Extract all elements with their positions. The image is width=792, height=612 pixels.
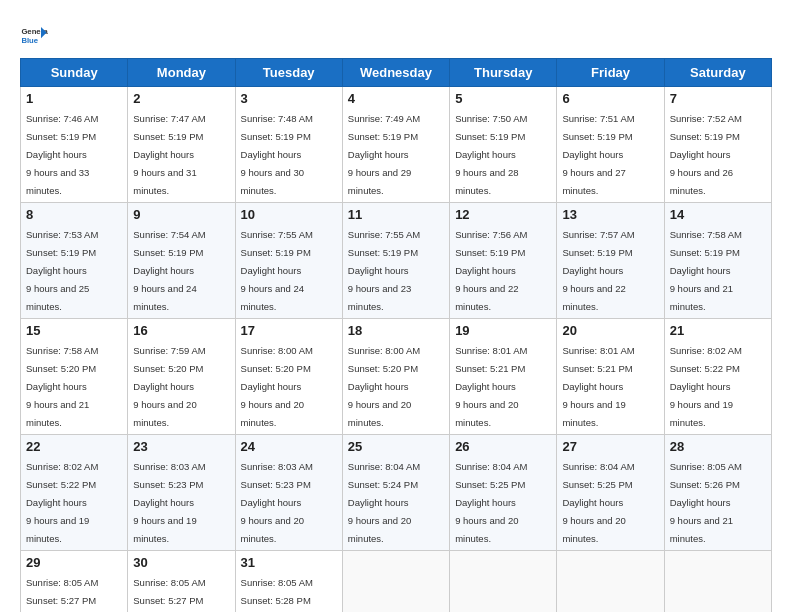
calendar-week-2: 8 Sunrise: 7:53 AMSunset: 5:19 PMDayligh… [21, 203, 772, 319]
calendar-week-5: 29 Sunrise: 8:05 AMSunset: 5:27 PMDaylig… [21, 551, 772, 613]
day-number: 17 [241, 323, 337, 338]
day-number: 2 [133, 91, 229, 106]
calendar-cell: 12 Sunrise: 7:56 AMSunset: 5:19 PMDaylig… [450, 203, 557, 319]
day-info: Sunrise: 8:03 AMSunset: 5:23 PMDaylight … [133, 461, 205, 544]
day-info: Sunrise: 8:02 AMSunset: 5:22 PMDaylight … [26, 461, 98, 544]
day-info: Sunrise: 7:58 AMSunset: 5:20 PMDaylight … [26, 345, 98, 428]
calendar-week-1: 1 Sunrise: 7:46 AMSunset: 5:19 PMDayligh… [21, 87, 772, 203]
calendar-cell: 5 Sunrise: 7:50 AMSunset: 5:19 PMDayligh… [450, 87, 557, 203]
day-number: 21 [670, 323, 766, 338]
day-info: Sunrise: 7:46 AMSunset: 5:19 PMDaylight … [26, 113, 98, 196]
day-number: 4 [348, 91, 444, 106]
day-number: 8 [26, 207, 122, 222]
calendar-cell: 23 Sunrise: 8:03 AMSunset: 5:23 PMDaylig… [128, 435, 235, 551]
calendar-cell: 31 Sunrise: 8:05 AMSunset: 5:28 PMDaylig… [235, 551, 342, 613]
day-info: Sunrise: 7:53 AMSunset: 5:19 PMDaylight … [26, 229, 98, 312]
calendar-cell: 9 Sunrise: 7:54 AMSunset: 5:19 PMDayligh… [128, 203, 235, 319]
day-number: 27 [562, 439, 658, 454]
day-number: 11 [348, 207, 444, 222]
day-number: 26 [455, 439, 551, 454]
calendar-cell: 15 Sunrise: 7:58 AMSunset: 5:20 PMDaylig… [21, 319, 128, 435]
page-header: General Blue [20, 20, 772, 48]
calendar-header-wednesday: Wednesday [342, 59, 449, 87]
calendar-cell: 26 Sunrise: 8:04 AMSunset: 5:25 PMDaylig… [450, 435, 557, 551]
calendar-cell: 6 Sunrise: 7:51 AMSunset: 5:19 PMDayligh… [557, 87, 664, 203]
day-info: Sunrise: 7:51 AMSunset: 5:19 PMDaylight … [562, 113, 634, 196]
day-info: Sunrise: 8:05 AMSunset: 5:27 PMDaylight … [26, 577, 98, 612]
day-info: Sunrise: 7:49 AMSunset: 5:19 PMDaylight … [348, 113, 420, 196]
day-info: Sunrise: 7:57 AMSunset: 5:19 PMDaylight … [562, 229, 634, 312]
calendar-cell: 18 Sunrise: 8:00 AMSunset: 5:20 PMDaylig… [342, 319, 449, 435]
calendar-cell: 17 Sunrise: 8:00 AMSunset: 5:20 PMDaylig… [235, 319, 342, 435]
calendar-header-monday: Monday [128, 59, 235, 87]
day-number: 13 [562, 207, 658, 222]
day-info: Sunrise: 8:01 AMSunset: 5:21 PMDaylight … [562, 345, 634, 428]
calendar-header-tuesday: Tuesday [235, 59, 342, 87]
day-info: Sunrise: 7:56 AMSunset: 5:19 PMDaylight … [455, 229, 527, 312]
calendar-cell [557, 551, 664, 613]
calendar-cell: 19 Sunrise: 8:01 AMSunset: 5:21 PMDaylig… [450, 319, 557, 435]
calendar-week-3: 15 Sunrise: 7:58 AMSunset: 5:20 PMDaylig… [21, 319, 772, 435]
logo-icon: General Blue [20, 20, 48, 48]
calendar-cell: 16 Sunrise: 7:59 AMSunset: 5:20 PMDaylig… [128, 319, 235, 435]
calendar-table: SundayMondayTuesdayWednesdayThursdayFrid… [20, 58, 772, 612]
logo: General Blue [20, 20, 48, 48]
day-number: 15 [26, 323, 122, 338]
day-number: 30 [133, 555, 229, 570]
calendar-cell: 20 Sunrise: 8:01 AMSunset: 5:21 PMDaylig… [557, 319, 664, 435]
day-number: 18 [348, 323, 444, 338]
day-info: Sunrise: 7:50 AMSunset: 5:19 PMDaylight … [455, 113, 527, 196]
calendar-header-thursday: Thursday [450, 59, 557, 87]
calendar-cell: 7 Sunrise: 7:52 AMSunset: 5:19 PMDayligh… [664, 87, 771, 203]
day-number: 6 [562, 91, 658, 106]
calendar-header-sunday: Sunday [21, 59, 128, 87]
calendar-cell [342, 551, 449, 613]
day-info: Sunrise: 7:55 AMSunset: 5:19 PMDaylight … [348, 229, 420, 312]
calendar-header-row: SundayMondayTuesdayWednesdayThursdayFrid… [21, 59, 772, 87]
day-number: 31 [241, 555, 337, 570]
calendar-header-friday: Friday [557, 59, 664, 87]
calendar-cell [664, 551, 771, 613]
day-info: Sunrise: 8:05 AMSunset: 5:26 PMDaylight … [670, 461, 742, 544]
day-number: 24 [241, 439, 337, 454]
day-number: 12 [455, 207, 551, 222]
calendar-cell: 14 Sunrise: 7:58 AMSunset: 5:19 PMDaylig… [664, 203, 771, 319]
calendar-week-4: 22 Sunrise: 8:02 AMSunset: 5:22 PMDaylig… [21, 435, 772, 551]
day-info: Sunrise: 7:52 AMSunset: 5:19 PMDaylight … [670, 113, 742, 196]
day-info: Sunrise: 8:00 AMSunset: 5:20 PMDaylight … [348, 345, 420, 428]
calendar-cell: 29 Sunrise: 8:05 AMSunset: 5:27 PMDaylig… [21, 551, 128, 613]
calendar-cell: 1 Sunrise: 7:46 AMSunset: 5:19 PMDayligh… [21, 87, 128, 203]
day-number: 7 [670, 91, 766, 106]
day-number: 10 [241, 207, 337, 222]
day-info: Sunrise: 7:48 AMSunset: 5:19 PMDaylight … [241, 113, 313, 196]
calendar-cell: 30 Sunrise: 8:05 AMSunset: 5:27 PMDaylig… [128, 551, 235, 613]
day-number: 19 [455, 323, 551, 338]
day-number: 29 [26, 555, 122, 570]
day-info: Sunrise: 8:03 AMSunset: 5:23 PMDaylight … [241, 461, 313, 544]
day-info: Sunrise: 8:04 AMSunset: 5:25 PMDaylight … [455, 461, 527, 544]
day-info: Sunrise: 7:59 AMSunset: 5:20 PMDaylight … [133, 345, 205, 428]
day-info: Sunrise: 8:04 AMSunset: 5:24 PMDaylight … [348, 461, 420, 544]
day-number: 22 [26, 439, 122, 454]
day-info: Sunrise: 7:54 AMSunset: 5:19 PMDaylight … [133, 229, 205, 312]
calendar-cell: 13 Sunrise: 7:57 AMSunset: 5:19 PMDaylig… [557, 203, 664, 319]
calendar-cell: 4 Sunrise: 7:49 AMSunset: 5:19 PMDayligh… [342, 87, 449, 203]
calendar-cell: 8 Sunrise: 7:53 AMSunset: 5:19 PMDayligh… [21, 203, 128, 319]
day-info: Sunrise: 8:04 AMSunset: 5:25 PMDaylight … [562, 461, 634, 544]
day-number: 28 [670, 439, 766, 454]
day-info: Sunrise: 8:01 AMSunset: 5:21 PMDaylight … [455, 345, 527, 428]
calendar-cell: 21 Sunrise: 8:02 AMSunset: 5:22 PMDaylig… [664, 319, 771, 435]
day-info: Sunrise: 7:58 AMSunset: 5:19 PMDaylight … [670, 229, 742, 312]
calendar-cell: 28 Sunrise: 8:05 AMSunset: 5:26 PMDaylig… [664, 435, 771, 551]
calendar-cell: 10 Sunrise: 7:55 AMSunset: 5:19 PMDaylig… [235, 203, 342, 319]
calendar-cell: 11 Sunrise: 7:55 AMSunset: 5:19 PMDaylig… [342, 203, 449, 319]
calendar-cell [450, 551, 557, 613]
day-number: 14 [670, 207, 766, 222]
day-number: 9 [133, 207, 229, 222]
day-info: Sunrise: 8:02 AMSunset: 5:22 PMDaylight … [670, 345, 742, 428]
day-info: Sunrise: 8:05 AMSunset: 5:28 PMDaylight … [241, 577, 313, 612]
day-number: 25 [348, 439, 444, 454]
day-number: 1 [26, 91, 122, 106]
day-number: 20 [562, 323, 658, 338]
calendar-cell: 2 Sunrise: 7:47 AMSunset: 5:19 PMDayligh… [128, 87, 235, 203]
